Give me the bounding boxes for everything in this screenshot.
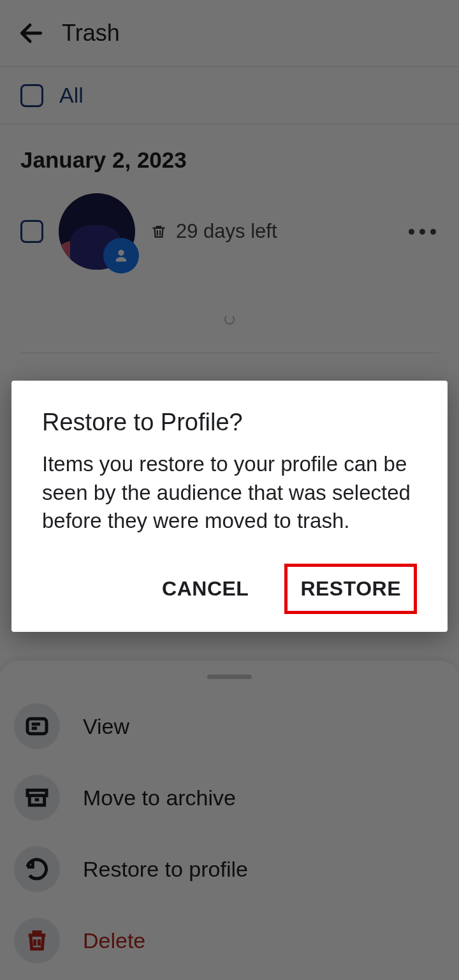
restore-dialog: Restore to Profile? Items you restore to… bbox=[11, 381, 448, 632]
dialog-title: Restore to Profile? bbox=[42, 409, 417, 436]
dialog-body: Items you restore to your profile can be… bbox=[42, 450, 417, 536]
restore-button[interactable]: RESTORE bbox=[288, 567, 414, 611]
cancel-button[interactable]: CANCEL bbox=[149, 567, 261, 611]
trash-screen: Trash All January 2, 2023 29 days left bbox=[0, 0, 459, 980]
highlight-annotation: RESTORE bbox=[284, 564, 417, 614]
dialog-actions: CANCEL RESTORE bbox=[42, 564, 417, 614]
